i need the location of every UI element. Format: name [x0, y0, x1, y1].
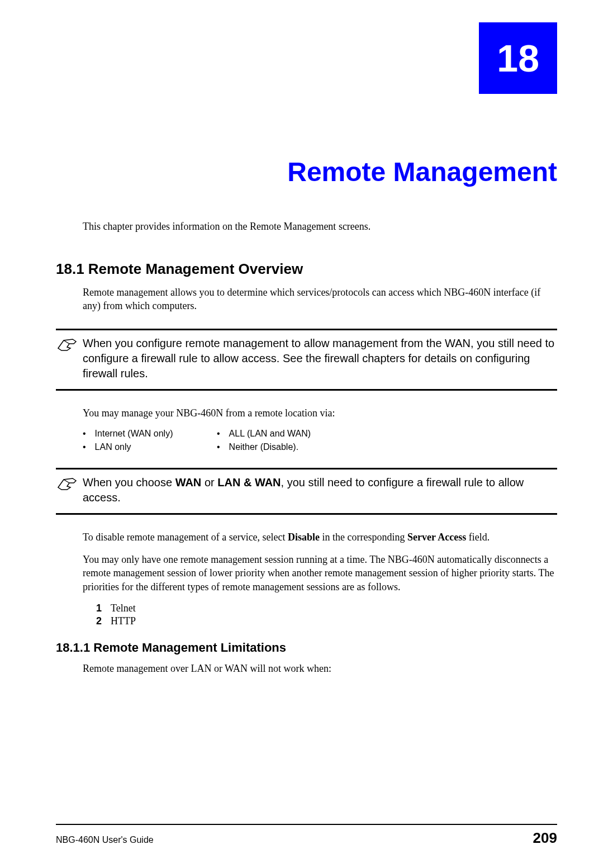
- section-18-1-para2: You may manage your NBG-460N from a remo…: [83, 406, 557, 420]
- note-2-text: When you choose WAN or LAN & WAN, you st…: [83, 475, 557, 505]
- bullet-table: • Internet (WAN only) • ALL (LAN and WAN…: [83, 429, 557, 452]
- intro-text: This chapter provides information on the…: [83, 221, 557, 233]
- bullet-dot-icon: •: [83, 429, 86, 439]
- ordered-num: 2: [96, 615, 111, 627]
- bullet-text: ALL (LAN and WAN): [229, 429, 311, 439]
- bullet-text: LAN only: [95, 442, 131, 452]
- page-container: 18 Remote Management This chapter provid…: [0, 0, 613, 868]
- para3-pre: To disable remote management of a servic…: [83, 532, 288, 543]
- bullet-cell: • ALL (LAN and WAN): [217, 429, 351, 439]
- bullet-dot-icon: •: [217, 429, 220, 439]
- note-2-mid: or: [201, 476, 217, 488]
- note-block-1: When you configure remote management to …: [56, 329, 557, 391]
- bullet-cell: • Internet (WAN only): [83, 429, 217, 439]
- ordered-text: HTTP: [111, 615, 136, 627]
- section-18-1-para1: Remote management allows you to determin…: [83, 286, 557, 313]
- page-footer: NBG-460N User's Guide 209: [56, 824, 557, 847]
- footer-row: NBG-460N User's Guide 209: [56, 829, 557, 847]
- section-18-1-1-para1: Remote management over LAN or WAN will n…: [83, 662, 557, 675]
- bullet-cell: • LAN only: [83, 442, 217, 452]
- bullet-dot-icon: •: [83, 442, 86, 452]
- footer-guide-name: NBG-460N User's Guide: [56, 835, 154, 845]
- footer-rule: [56, 824, 557, 825]
- note-2-bold1: WAN: [175, 476, 202, 488]
- bullet-cell: • Neither (Disable).: [217, 442, 351, 452]
- section-18-1-para3: To disable remote management of a servic…: [83, 530, 557, 544]
- bullet-row-2: • LAN only • Neither (Disable).: [83, 442, 557, 452]
- note-content: When you configure remote management to …: [56, 330, 557, 381]
- note-2-pre: When you choose: [83, 476, 175, 488]
- note-block-2: When you choose WAN or LAN & WAN, you st…: [56, 468, 557, 515]
- para3-bold2: Server Access: [407, 532, 466, 543]
- note-icon: [56, 475, 80, 496]
- bullet-text: Internet (WAN only): [95, 429, 173, 439]
- chapter-title: Remote Management: [56, 156, 557, 187]
- para3-bold1: Disable: [288, 532, 320, 543]
- para3-post: field.: [466, 532, 490, 543]
- bullet-dot-icon: •: [217, 442, 220, 452]
- note-rule-bottom: [56, 513, 557, 515]
- section-18-1-para4: You may only have one remote management …: [83, 553, 557, 594]
- ordered-text: Telnet: [111, 603, 136, 614]
- section-heading-18-1: 18.1 Remote Management Overview: [56, 260, 557, 278]
- bullet-row-1: • Internet (WAN only) • ALL (LAN and WAN…: [83, 429, 557, 439]
- page-number: 209: [533, 829, 557, 847]
- note-rule-bottom: [56, 389, 557, 391]
- note-2-bold2: LAN & WAN: [217, 476, 281, 488]
- para3-mid: in the corresponding: [320, 532, 407, 543]
- ordered-item-1: 1 Telnet: [96, 603, 557, 614]
- ordered-num: 1: [96, 603, 111, 614]
- chapter-number-box: 18: [479, 22, 557, 94]
- chapter-number: 18: [497, 37, 539, 79]
- subsection-heading-18-1-1: 18.1.1 Remote Management Limitations: [56, 641, 557, 655]
- bullet-text: Neither (Disable).: [229, 442, 298, 452]
- note-content: When you choose WAN or LAN & WAN, you st…: [56, 469, 557, 505]
- note-icon: [56, 336, 80, 357]
- note-1-text: When you configure remote management to …: [83, 336, 557, 381]
- ordered-list: 1 Telnet 2 HTTP: [96, 603, 557, 627]
- ordered-item-2: 2 HTTP: [96, 615, 557, 627]
